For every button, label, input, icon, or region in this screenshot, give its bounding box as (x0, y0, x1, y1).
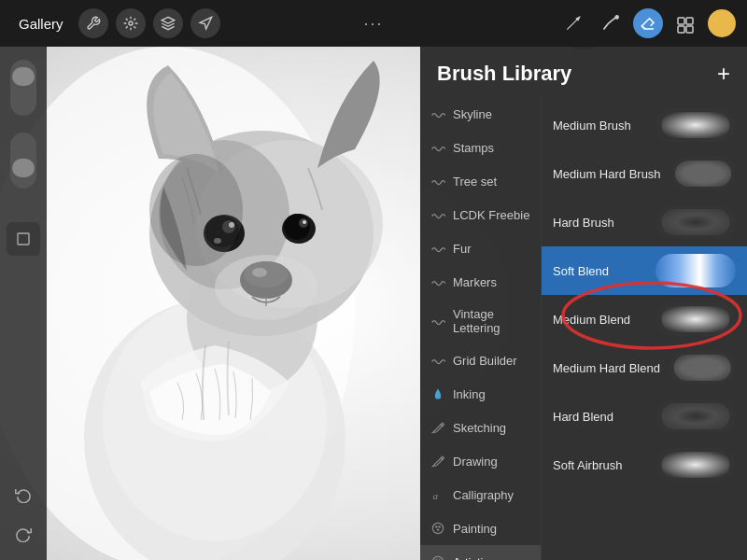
category-label-artistic: Artistic (453, 555, 489, 561)
brush-stroke-medium_hard_blend (674, 355, 730, 381)
svg-point-33 (432, 523, 443, 533)
brush-preview-medium_blend (655, 302, 736, 336)
category-item-vintage_lettering[interactable]: Vintage Lettering (420, 299, 541, 343)
brush-stroke-hard_brush (661, 209, 729, 235)
opacity-thumb (12, 159, 35, 177)
brush-preview-hard_blend (655, 399, 736, 433)
svg-point-29 (215, 255, 317, 320)
brush-name-medium_hard_blend: Medium Hard Blend (553, 361, 660, 375)
top-toolbar: Gallery ··· (0, 0, 747, 47)
wave-icon (430, 173, 446, 189)
navigation-icon[interactable] (190, 8, 220, 38)
brush-item-soft_blend[interactable]: Soft Blend (542, 246, 747, 295)
brush-size-thumb (12, 67, 35, 86)
category-label-lcdk_freebie: LCDK Freebie (453, 208, 529, 222)
brush-item-medium_blend[interactable]: Medium Blend (542, 295, 747, 343)
category-item-sketching[interactable]: Sketching (420, 411, 541, 444)
left-toolbar (0, 47, 47, 560)
wave-icon (430, 105, 446, 122)
category-label-fur: Fur (453, 242, 472, 256)
wave-icon (430, 206, 446, 223)
brush-name-hard_brush: Hard Brush (553, 216, 646, 230)
category-item-artistic[interactable]: Artistic (420, 545, 541, 560)
add-brush-button[interactable]: + (717, 63, 730, 85)
more-options-icon[interactable]: ··· (363, 14, 383, 33)
category-item-grid_builder[interactable]: Grid Builder (420, 343, 541, 377)
brush-preview-hard_brush (655, 205, 736, 239)
brush-library-header: Brush Library + (420, 47, 747, 97)
brush-preview-soft_airbrush (655, 448, 736, 482)
canvas-area: Brush Library + SkylineStampsTree setLCD… (0, 47, 747, 560)
svg-rect-5 (678, 18, 684, 24)
category-label-drawing: Drawing (453, 455, 498, 469)
category-label-markers: Markers (453, 275, 497, 289)
category-label-inking: Inking (453, 387, 486, 401)
svg-rect-6 (686, 18, 693, 24)
pen-tool-icon[interactable] (558, 8, 588, 38)
layers-icon[interactable] (153, 8, 183, 38)
user-avatar[interactable] (708, 9, 736, 37)
category-item-lcdk_freebie[interactable]: LCDK Freebie (420, 198, 541, 231)
undo-button[interactable] (7, 478, 40, 511)
category-item-skyline[interactable]: Skyline (420, 97, 541, 131)
svg-rect-7 (678, 26, 684, 33)
svg-point-36 (437, 528, 439, 530)
a-icon: a (430, 486, 446, 503)
brush-preview-medium_hard_blend (669, 351, 736, 385)
brush-size-slider[interactable] (10, 60, 36, 116)
wave-icon (430, 139, 446, 156)
category-label-tree_set: Tree set (453, 175, 497, 189)
brush-item-soft_airbrush[interactable]: Soft Airbrush (542, 441, 747, 489)
svg-rect-31 (18, 233, 29, 245)
svg-point-0 (129, 21, 133, 25)
brush-library-content: SkylineStampsTree setLCDK FreebieFurMark… (420, 97, 747, 560)
eraser-tool-icon[interactable] (633, 8, 663, 38)
category-item-tree_set[interactable]: Tree set (420, 164, 541, 198)
brush-category-list: SkylineStampsTree setLCDK FreebieFurMark… (420, 97, 542, 560)
brush-name-medium_hard_brush: Medium Hard Brush (553, 167, 661, 181)
category-label-calligraphy: Calligraphy (453, 488, 514, 502)
category-item-painting[interactable]: Painting (420, 511, 541, 545)
brush-list: Medium BrushMedium Hard BrushHard BrushS… (542, 97, 747, 560)
category-item-calligraphy[interactable]: aCalligraphy (420, 478, 541, 511)
category-label-grid_builder: Grid Builder (453, 354, 517, 368)
brush-item-medium_hard_blend[interactable]: Medium Hard Blend (542, 343, 747, 392)
opacity-slider[interactable] (10, 133, 36, 189)
brush-preview-medium_hard_brush (670, 157, 736, 190)
wave-icon (430, 240, 446, 257)
pencil-icon (430, 453, 446, 469)
drop-icon (430, 385, 446, 402)
brush-item-hard_brush[interactable]: Hard Brush (542, 198, 747, 246)
modify-icon[interactable] (116, 8, 146, 38)
toolbar-center: ··· (363, 14, 383, 34)
category-item-fur[interactable]: Fur (420, 231, 541, 265)
brush-name-hard_blend: Hard Blend (553, 410, 646, 424)
category-label-vintage_lettering: Vintage Lettering (453, 307, 531, 335)
svg-rect-8 (686, 26, 693, 33)
smudge-tool-icon[interactable] (596, 8, 626, 38)
category-item-inking[interactable]: Inking (420, 377, 541, 411)
category-label-skyline: Skyline (453, 107, 492, 121)
category-label-painting: Painting (453, 522, 497, 536)
category-item-stamps[interactable]: Stamps (420, 131, 541, 164)
layers-panel-icon[interactable] (670, 8, 700, 38)
brush-item-hard_blend[interactable]: Hard Blend (542, 392, 747, 441)
brush-preview-medium_brush (655, 108, 736, 142)
category-item-drawing[interactable]: Drawing (420, 444, 541, 478)
brush-stroke-hard_blend (661, 403, 729, 429)
brush-stroke-soft_airbrush (661, 452, 729, 478)
category-item-markers[interactable]: Markers (420, 265, 541, 299)
gallery-button[interactable]: Gallery (11, 12, 71, 35)
wrench-icon[interactable] (78, 8, 108, 38)
svg-marker-1 (200, 17, 212, 29)
layer-transform-tool[interactable] (7, 222, 40, 256)
brush-name-soft_airbrush: Soft Airbrush (553, 458, 646, 472)
brush-item-medium_hard_brush[interactable]: Medium Hard Brush (542, 149, 747, 198)
toolbar-right (558, 8, 736, 38)
brush-name-soft_blend: Soft Blend (553, 264, 646, 278)
brush-item-medium_brush[interactable]: Medium Brush (542, 101, 747, 149)
brush-stroke-medium_blend (661, 306, 729, 332)
brush-name-medium_brush: Medium Brush (553, 119, 646, 133)
redo-button[interactable] (7, 517, 40, 551)
panel-indicator (572, 47, 595, 49)
